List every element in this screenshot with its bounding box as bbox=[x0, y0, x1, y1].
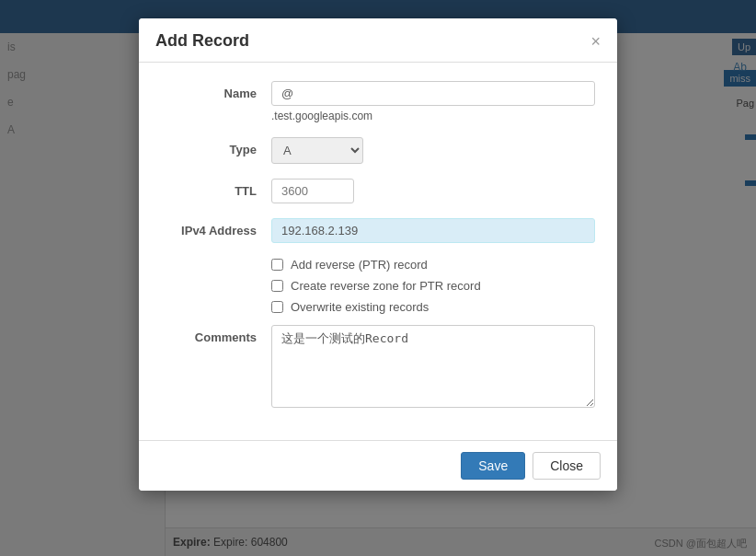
ptr-checkbox[interactable] bbox=[271, 259, 283, 271]
ipv4-input[interactable] bbox=[271, 218, 595, 243]
ttl-input[interactable] bbox=[271, 179, 354, 203]
add-record-modal: Add Record × Name .test.googleapis.com T… bbox=[139, 18, 617, 491]
name-input[interactable] bbox=[271, 81, 595, 106]
comments-row: Comments 这是一个测试的Record bbox=[161, 325, 595, 411]
name-row: Name .test.googleapis.com bbox=[161, 81, 595, 122]
type-field-wrap: A AAAA CNAME MX TXT NS SOA PTR SRV CAA bbox=[271, 137, 595, 164]
ipv4-label: IPv4 Address bbox=[161, 218, 271, 237]
comments-label: Comments bbox=[161, 325, 271, 344]
type-select[interactable]: A AAAA CNAME MX TXT NS SOA PTR SRV CAA bbox=[271, 137, 363, 164]
overwrite-checkbox[interactable] bbox=[271, 301, 283, 313]
name-field-wrap: .test.googleapis.com bbox=[271, 81, 595, 122]
modal-footer: Save Close bbox=[139, 440, 617, 491]
ttl-field-wrap bbox=[271, 179, 595, 203]
modal-title: Add Record bbox=[155, 31, 249, 51]
modal-body: Name .test.googleapis.com Type A AAAA CN… bbox=[139, 63, 617, 440]
type-label: Type bbox=[161, 137, 271, 156]
ipv4-field-wrap bbox=[271, 218, 595, 243]
modal-overlay: Add Record × Name .test.googleapis.com T… bbox=[0, 0, 756, 556]
ttl-row: TTL bbox=[161, 179, 595, 203]
comments-textarea[interactable]: 这是一个测试的Record bbox=[271, 325, 595, 408]
domain-hint: .test.googleapis.com bbox=[271, 110, 595, 122]
reverse-zone-checkbox-label[interactable]: Create reverse zone for PTR record bbox=[291, 279, 481, 293]
name-label: Name bbox=[161, 81, 271, 100]
ptr-checkbox-row: Add reverse (PTR) record bbox=[161, 258, 595, 272]
reverse-zone-checkbox[interactable] bbox=[271, 280, 283, 292]
ptr-checkbox-label[interactable]: Add reverse (PTR) record bbox=[291, 258, 428, 272]
close-button[interactable]: Close bbox=[533, 452, 601, 480]
overwrite-checkbox-label[interactable]: Overwrite existing records bbox=[291, 300, 429, 314]
type-row: Type A AAAA CNAME MX TXT NS SOA PTR SRV … bbox=[161, 137, 595, 164]
comments-field-wrap: 这是一个测试的Record bbox=[271, 325, 595, 411]
ttl-label: TTL bbox=[161, 179, 271, 198]
modal-close-button[interactable]: × bbox=[590, 33, 601, 50]
save-button[interactable]: Save bbox=[461, 452, 525, 480]
modal-header: Add Record × bbox=[139, 18, 617, 63]
ipv4-row: IPv4 Address bbox=[161, 218, 595, 243]
reverse-zone-checkbox-row: Create reverse zone for PTR record bbox=[161, 279, 595, 293]
overwrite-checkbox-row: Overwrite existing records bbox=[161, 300, 595, 314]
